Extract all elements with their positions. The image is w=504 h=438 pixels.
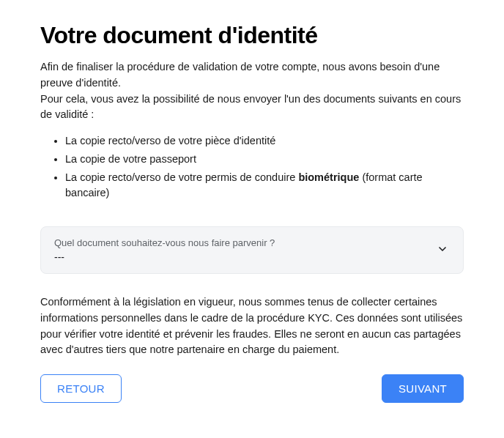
back-button[interactable]: RETOUR <box>40 374 122 403</box>
page-title: Votre document d'identité <box>40 22 464 49</box>
document-select[interactable]: Quel document souhaitez-vous nous faire … <box>40 226 464 274</box>
select-label: Quel document souhaitez-vous nous faire … <box>54 237 450 248</box>
document-list: La copie recto/verso de votre pièce d'id… <box>40 133 464 201</box>
chevron-down-icon <box>437 243 448 258</box>
intro-line-1: Afin de finaliser la procédure de valida… <box>40 61 440 89</box>
list-item-text: La copie recto/verso de votre permis de … <box>65 171 298 183</box>
list-item: La copie recto/verso de votre permis de … <box>65 170 464 202</box>
legal-notice: Conformément à la législation en vigueur… <box>40 294 464 358</box>
list-item: La copie de votre passeport <box>65 152 464 168</box>
button-row: RETOUR SUIVANT <box>40 374 464 403</box>
list-item: La copie recto/verso de votre pièce d'id… <box>65 133 464 149</box>
intro-line-2: Pour cela, vous avez la possibilité de n… <box>40 93 461 121</box>
list-item-strong: biométrique <box>298 171 359 183</box>
next-button[interactable]: SUIVANT <box>382 374 464 403</box>
select-value: --- <box>54 251 450 263</box>
intro-text: Afin de finaliser la procédure de valida… <box>40 59 464 123</box>
